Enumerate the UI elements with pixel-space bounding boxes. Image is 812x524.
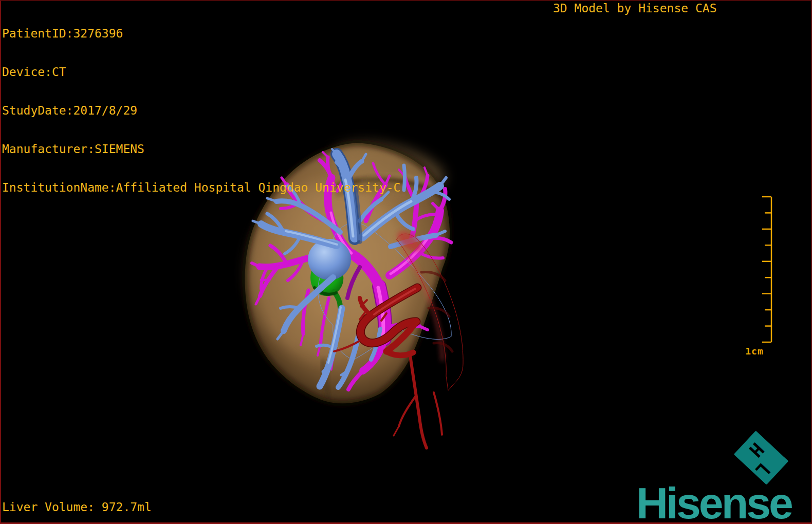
watermark-title: 3D Model by Hisense CAS [553, 2, 717, 15]
device-line: Device:CT [2, 66, 400, 79]
hisense-wordmark: Hisense [636, 481, 791, 524]
manufacturer-line: Manufacturer:SIEMENS [2, 143, 400, 156]
liver-volume-readout: Liver Volume: 972.7ml [2, 501, 152, 514]
scale-bar-ruler [762, 197, 771, 342]
cas-3d-viewer-window: PatientID:3276396 Device:CT StudyDate:20… [0, 0, 812, 524]
patient-info-overlay: PatientID:3276396 Device:CT StudyDate:20… [2, 2, 400, 220]
scale-bar: 1cm [719, 185, 791, 362]
patient-id-line: PatientID:3276396 [2, 27, 400, 40]
scale-bar-label: 1cm [745, 346, 764, 357]
institution-line: InstitutionName:Affiliated Hospital Qing… [2, 181, 400, 194]
study-date-line: StudyDate:2017/8/29 [2, 104, 400, 117]
